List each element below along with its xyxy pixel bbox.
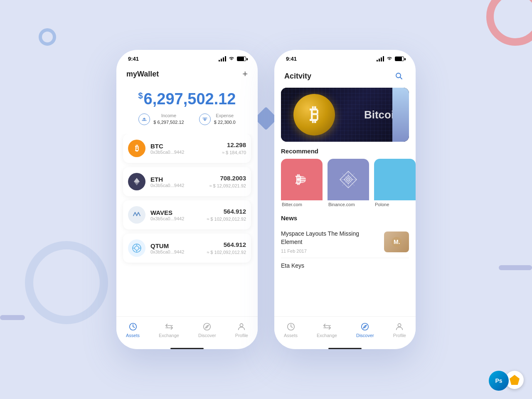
coin-item-btc[interactable]: ₿ BTC 0x3b5ca0...9442 12.298 ≈ $ 184,470 <box>123 134 251 163</box>
activity-content: Acitvity ₿ Bitcoin Recommend <box>274 65 416 349</box>
income-label: Income <box>153 113 184 118</box>
nav-discover-label-2: Discover <box>356 333 374 338</box>
news-date-1: 11 Feb 2017 <box>281 249 379 254</box>
recommend-card-binance[interactable]: Binance.com <box>328 159 369 209</box>
search-button[interactable] <box>392 69 406 83</box>
expense-icon <box>199 113 211 125</box>
income-stat: Income $ 6,297,502.12 <box>138 113 184 126</box>
bg-decoration-circle-blue-large <box>25 241 108 324</box>
svg-point-3 <box>135 246 139 250</box>
balance-section: $6,297,502.12 Income $ 6,297,502.12 <box>116 84 258 134</box>
svg-text:₿: ₿ <box>296 173 301 186</box>
bg-decoration-circle-blue <box>39 28 56 46</box>
recommend-card-bitter[interactable]: ₿ Bitter.com <box>281 159 323 209</box>
svg-point-24 <box>398 324 401 327</box>
balance-stats: Income $ 6,297,502.12 Expense $ 22,30 <box>116 113 258 126</box>
nav-discover-label-1: Discover <box>198 333 216 338</box>
binance-image <box>328 159 369 200</box>
bottom-nav-2: Assets Exchange <box>274 316 416 346</box>
news-title-1: Myspace Layouts The Missing Element <box>281 230 379 246</box>
recommend-card-polone[interactable]: Polone <box>374 159 416 209</box>
news-title: News <box>274 214 416 226</box>
wifi-icon-2 <box>387 56 392 62</box>
binance-label: Binance.com <box>328 200 369 209</box>
waves-balance: 564.912 ≈ $ 102,092,012.92 <box>207 208 246 222</box>
activity-title: Acitvity <box>284 72 311 81</box>
income-value: $ 6,297,502.12 <box>153 120 184 125</box>
bitcoin-banner[interactable]: ₿ Bitcoin <box>281 88 409 142</box>
coin-item-waves[interactable]: WAVES 0x3b5ca0...9442 564.912 ≈ $ 102,09… <box>123 200 251 229</box>
news-image-1: M. <box>384 232 409 252</box>
recommend-title: Recommend <box>274 148 416 159</box>
nav-profile-label-1: Profile <box>235 333 248 338</box>
eth-info: ETH 0x3b5ca0...9442 <box>150 176 209 188</box>
bg-decoration-bar-right <box>499 265 532 270</box>
bottom-nav-1: Assets Exchange <box>116 316 258 346</box>
status-bar-1: 9:41 <box>116 50 258 65</box>
eth-balance: 708.2003 ≈ $ 12,092,021.92 <box>209 175 246 189</box>
btc-balance: 12.298 ≈ $ 184,470 <box>222 141 246 156</box>
eth-amount: 708.2003 <box>209 175 246 182</box>
battery-icon-2 <box>395 57 404 61</box>
qtum-usd: ≈ $ 102,092,012.92 <box>207 250 246 255</box>
signal-bars-2 <box>377 56 384 62</box>
photoshop-logo: Ps <box>489 371 509 391</box>
nav-discover-1[interactable]: Discover <box>198 322 216 338</box>
news-item-2[interactable]: Eta Keys <box>281 258 409 273</box>
svg-text:M.: M. <box>394 239 400 245</box>
wallet-phone: 9:41 <box>116 50 258 349</box>
svg-point-11 <box>396 73 401 78</box>
nav-assets-label-1: Assets <box>126 333 140 338</box>
nav-profile-2[interactable]: Profile <box>393 322 406 338</box>
add-button[interactable]: + <box>242 69 248 79</box>
btc-icon: ₿ <box>128 140 145 157</box>
discover-icon-1 <box>202 322 212 332</box>
polone-image <box>374 159 416 200</box>
assets-icon-1 <box>128 322 138 332</box>
nav-exchange-1[interactable]: Exchange <box>159 322 179 338</box>
bg-decoration-bar-left <box>0 315 25 320</box>
discover-icon-2 <box>360 322 370 332</box>
tool-logos: Ps <box>489 371 524 391</box>
nav-exchange-2[interactable]: Exchange <box>317 322 337 338</box>
news-item-1[interactable]: Myspace Layouts The Missing Element 11 F… <box>281 226 409 258</box>
status-icons-1 <box>219 56 246 62</box>
coin-list: ₿ BTC 0x3b5ca0...9442 12.298 ≈ $ 184,470 <box>116 134 258 316</box>
bitter-image: ₿ <box>281 159 323 200</box>
expense-label: Expense <box>214 113 236 118</box>
waves-name: WAVES <box>150 209 207 216</box>
qtum-name: QTUM <box>150 242 207 249</box>
btc-usd: ≈ $ 184,470 <box>222 150 246 155</box>
profile-icon-2 <box>394 322 404 332</box>
coin-item-eth[interactable]: ETH 0x3b5ca0...9442 708.2003 ≈ $ 12,092,… <box>123 167 251 196</box>
income-icon <box>138 113 150 125</box>
status-icons-2 <box>377 56 404 62</box>
profile-icon-1 <box>236 322 246 332</box>
nav-assets-2[interactable]: Assets <box>284 322 298 338</box>
svg-point-10 <box>240 324 243 327</box>
nav-profile-1[interactable]: Profile <box>235 322 248 338</box>
nav-exchange-label-2: Exchange <box>317 333 337 338</box>
status-time-2: 9:41 <box>286 56 297 62</box>
status-bar-2: 9:41 <box>274 50 416 65</box>
bitter-label: Bitter.com <box>281 200 323 209</box>
battery-icon-1 <box>237 57 246 61</box>
coin-item-qtum[interactable]: QTUM 0x3b5ca0...9442 564.912 ≈ $ 102,092… <box>123 234 251 263</box>
expense-stat: Expense $ 22,300.0 <box>199 113 236 126</box>
waves-icon <box>128 206 145 224</box>
nav-assets-1[interactable]: Assets <box>126 322 140 338</box>
qtum-info: QTUM 0x3b5ca0...9442 <box>150 242 207 254</box>
eth-address: 0x3b5ca0...9442 <box>150 183 209 188</box>
home-indicator-1 <box>170 348 204 349</box>
activity-header: Acitvity <box>274 65 416 88</box>
exchange-icon-1 <box>164 322 174 332</box>
nav-exchange-label-1: Exchange <box>159 333 179 338</box>
news-title-2: Eta Keys <box>281 262 409 269</box>
home-indicator-2 <box>328 348 362 349</box>
wallet-content: myWallet + $6,297,502.12 <box>116 65 258 349</box>
wallet-title: myWallet <box>126 70 159 79</box>
bitcoin-coin-icon: ₿ <box>293 94 335 135</box>
wallet-header: myWallet + <box>116 65 258 84</box>
btc-amount: 12.298 <box>222 141 246 148</box>
nav-discover-2[interactable]: Discover <box>356 322 374 338</box>
